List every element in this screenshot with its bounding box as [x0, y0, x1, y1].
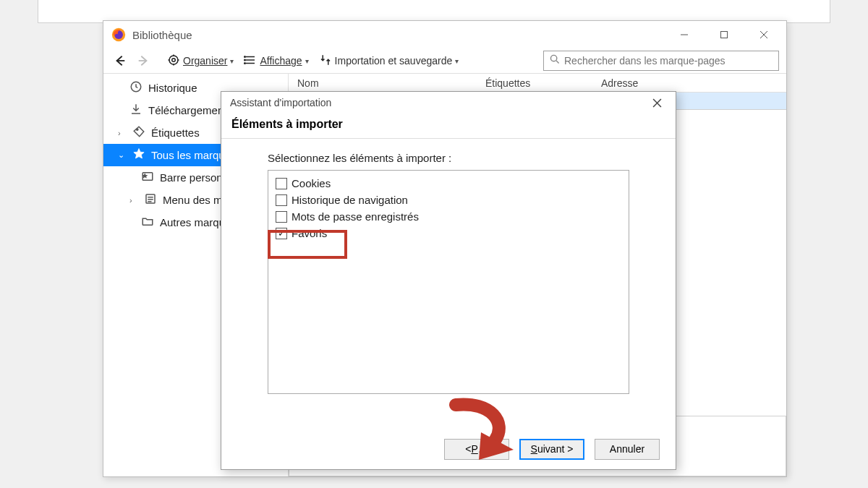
checkbox-checked[interactable] [276, 228, 287, 239]
minimize-button[interactable] [664, 22, 704, 48]
star-icon [132, 147, 145, 163]
close-button[interactable] [744, 22, 783, 48]
dialog-heading: Éléments à importer [221, 114, 676, 139]
chevron-right-icon: › [118, 129, 127, 137]
svg-point-23 [137, 129, 138, 130]
search-field[interactable] [543, 51, 779, 71]
dialog-close-button[interactable] [644, 93, 670, 113]
checkbox-unchecked[interactable] [276, 211, 287, 223]
svg-line-21 [556, 61, 559, 64]
maximize-button[interactable] [704, 22, 744, 48]
option-passwords[interactable]: Mots de passe enregistrés [276, 208, 621, 225]
dialog-footer: < P… Suivant > Annuler [221, 429, 676, 469]
dialog-title: Assistant d'importation [230, 97, 331, 108]
firefox-icon [111, 27, 127, 43]
dialog-titlebar: Assistant d'importation [221, 92, 676, 114]
checkbox-unchecked[interactable] [276, 194, 287, 206]
option-favorites[interactable]: Favoris [276, 225, 621, 241]
download-icon [129, 103, 142, 118]
dialog-instruction: Sélectionnez les éléments à importer : [268, 152, 629, 164]
svg-point-17 [244, 56, 246, 57]
import-assistant-dialog: Assistant d'importation Éléments à impor… [221, 91, 676, 470]
svg-point-9 [172, 58, 176, 61]
clock-icon [129, 80, 142, 95]
chevron-right-icon: › [129, 196, 138, 205]
column-name[interactable]: Nom [289, 77, 477, 89]
column-tags[interactable]: Étiquettes [477, 77, 592, 89]
svg-rect-3 [720, 32, 727, 38]
back-button[interactable]: < P… [444, 439, 509, 460]
organise-menu[interactable]: Organiser ▾ [164, 51, 237, 72]
next-button[interactable]: Suivant > [519, 439, 584, 460]
folder-icon [141, 215, 154, 230]
svg-point-8 [169, 56, 178, 64]
chevron-down-icon: ▾ [305, 57, 309, 65]
import-export-icon [319, 53, 332, 69]
gear-icon [167, 53, 180, 69]
import-options-list: Cookies Historique de navigation Mots de… [268, 170, 629, 394]
bookmarks-bar-icon [141, 170, 154, 185]
back-button[interactable] [111, 54, 129, 67]
library-toolbar: Organiser ▾ Affichage ▾ Importation et s… [103, 48, 786, 73]
column-headers: Nom Étiquettes Adresse [289, 74, 786, 93]
svg-point-18 [244, 59, 246, 61]
forward-button[interactable] [134, 54, 153, 67]
window-controls [664, 22, 783, 48]
cancel-button[interactable]: Annuler [595, 439, 660, 460]
library-titlebar: Bibliothèque [103, 21, 786, 48]
svg-point-19 [244, 62, 246, 64]
option-history[interactable]: Historique de navigation [276, 192, 621, 208]
list-icon [244, 53, 257, 69]
import-backup-menu[interactable]: Importation et sauvegarde ▾ [316, 51, 462, 72]
option-cookies[interactable]: Cookies [276, 175, 621, 192]
search-input[interactable] [564, 55, 773, 67]
chevron-down-icon: ⌄ [118, 150, 127, 160]
bookmarks-menu-icon [144, 192, 157, 207]
checkbox-unchecked[interactable] [276, 178, 287, 189]
dialog-body: Sélectionnez les éléments à importer : C… [221, 139, 676, 429]
column-address[interactable]: Adresse [592, 77, 786, 89]
tag-icon [132, 125, 145, 140]
chevron-down-icon: ▾ [230, 57, 234, 65]
svg-point-20 [550, 55, 556, 61]
chevron-down-icon: ▾ [455, 57, 459, 65]
views-menu[interactable]: Affichage ▾ [241, 51, 311, 72]
library-title: Bibliothèque [132, 29, 664, 41]
search-icon [550, 54, 560, 67]
